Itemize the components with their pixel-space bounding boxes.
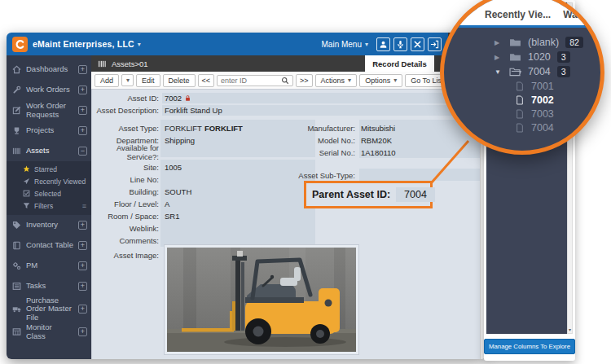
- file-icon: [516, 109, 524, 119]
- building-field[interactable]: SOUTH: [162, 186, 317, 197]
- expand-toggle[interactable]: +: [78, 86, 87, 94]
- tree-leaf-label: 7004: [531, 122, 554, 134]
- sidebar-item-tasks[interactable]: Tasks +: [7, 276, 91, 296]
- expand-toggle[interactable]: +: [78, 106, 87, 115]
- sidebar-item-projects[interactable]: Projects +: [7, 121, 91, 141]
- book-icon: [12, 241, 21, 250]
- sidebar-item-inventory[interactable]: Inventory +: [7, 215, 91, 235]
- user-icon: [379, 40, 388, 49]
- location-arrow-icon: [23, 178, 30, 185]
- collapse-toggle[interactable]: −: [78, 147, 87, 156]
- expand-toggle[interactable]: +: [78, 65, 87, 74]
- expand-toggle[interactable]: +: [78, 261, 87, 270]
- signout-icon: [430, 40, 439, 49]
- serial-no-field[interactable]: 1A180110: [358, 147, 479, 158]
- record-body: Asset ID:7002 Asset Description:Forklift…: [91, 90, 486, 359]
- room-space-field[interactable]: SR1: [162, 211, 317, 221]
- tab-explore[interactable]: Exp: [595, 9, 604, 20]
- model-no-field[interactable]: RBM20K: [358, 135, 479, 146]
- floor-level-field[interactable]: A: [162, 199, 317, 209]
- field-label: Asset Sub-Type:: [288, 171, 355, 180]
- field-label: Manufacturer:: [288, 124, 355, 133]
- tree-leaf-7004[interactable]: 7004: [444, 121, 600, 134]
- close-record-button[interactable]: [411, 37, 424, 51]
- delete-button[interactable]: Delete: [163, 74, 196, 87]
- tree-node-7004[interactable]: 7004 3: [444, 64, 600, 79]
- sidebar-item-contact-table[interactable]: Contact Table +: [7, 235, 91, 256]
- tree-node-blank[interactable]: (blank) 82: [444, 35, 600, 50]
- account-title[interactable]: eMaint Enterprises, LLC: [33, 39, 134, 49]
- expand-toggle[interactable]: +: [78, 241, 87, 250]
- expand-toggle[interactable]: +: [78, 282, 87, 291]
- search-icon[interactable]: [281, 77, 289, 85]
- expand-toggle[interactable]: +: [78, 126, 87, 135]
- sidebar-item-dashboards[interactable]: Dashboards +: [7, 59, 91, 80]
- add-button[interactable]: Add: [95, 74, 119, 87]
- field-label: Model No.:: [288, 136, 355, 145]
- lock-icon: [184, 94, 191, 102]
- caret-right-icon[interactable]: [495, 54, 503, 61]
- expand-toggle[interactable]: +: [78, 305, 87, 314]
- sidebar-item-label: Projects: [26, 126, 73, 134]
- asset-description-field[interactable]: Forklift Stand Up: [162, 105, 470, 116]
- search-input[interactable]: [221, 77, 279, 85]
- explore-tab-bar: Recently Vie... Wall Exp: [444, 0, 600, 25]
- sidebar-item-label: Dashboards: [26, 65, 73, 73]
- main-menu[interactable]: Main Menu: [322, 40, 368, 49]
- signout-button[interactable]: [428, 37, 442, 51]
- caret-down-icon[interactable]: [495, 68, 503, 76]
- asset-id-field[interactable]: 7002: [162, 93, 470, 103]
- next-record-button[interactable]: >>: [296, 74, 313, 87]
- explore-panel-footer: Manage Columns To Explore: [486, 334, 573, 358]
- asset-sub-type-field[interactable]: [358, 170, 479, 181]
- tab-record-details[interactable]: Record Details: [365, 55, 434, 72]
- file-icon: [516, 81, 524, 91]
- manage-columns-button[interactable]: Manage Columns To Explore: [484, 339, 575, 354]
- count-badge: 82: [565, 37, 583, 48]
- field-label: Building:: [92, 187, 159, 196]
- sidebar-subitem-filters[interactable]: Filters: [7, 200, 91, 212]
- add-dropdown-button[interactable]: [121, 74, 134, 86]
- sidebar-item-label: Contact Table: [26, 241, 73, 249]
- sidebar-item-work-order-requests[interactable]: Work Order Requests +: [7, 100, 91, 121]
- tab-wall[interactable]: Wall: [563, 9, 582, 20]
- sidebar-subitem-selected[interactable]: Selected: [7, 187, 91, 200]
- sidebar-item-label: Inventory: [26, 221, 73, 229]
- user-button[interactable]: [376, 37, 390, 51]
- sidebar-item-work-orders[interactable]: Work Orders +: [7, 80, 91, 100]
- options-button[interactable]: Options: [359, 74, 402, 87]
- parent-asset-id-field[interactable]: 7004: [396, 187, 435, 202]
- caret-right-icon[interactable]: [495, 39, 503, 46]
- app-window: eMaint Enterprises, LLC Main Menu Dashbo…: [7, 33, 486, 359]
- subitem-label: Recently Viewed: [34, 178, 86, 186]
- filter-options-icon[interactable]: [82, 202, 86, 210]
- expand-toggle[interactable]: +: [78, 327, 87, 336]
- sidebar-subitem-recently-viewed[interactable]: Recently Viewed: [7, 175, 91, 187]
- sidebar-subitem-starred[interactable]: Starred: [7, 163, 91, 175]
- voice-button[interactable]: [393, 37, 407, 51]
- magnifier-circle: Recently Vie... Wall Exp (blank) 82 1020…: [440, 0, 604, 155]
- tree-leaf-7003[interactable]: 7003: [444, 107, 600, 121]
- edit-button[interactable]: Edit: [136, 74, 160, 87]
- expand-toggle[interactable]: +: [78, 221, 87, 230]
- tree-node-label: 7004: [528, 66, 551, 77]
- app-body: Dashboards + Work Orders + Work Order Re…: [7, 55, 486, 359]
- prev-record-button[interactable]: <<: [198, 74, 215, 87]
- tab-recently-viewed[interactable]: Recently Vie...: [485, 9, 551, 20]
- tree-node-1020[interactable]: 1020 3: [444, 50, 600, 64]
- sidebar-item-pm[interactable]: PM +: [7, 256, 91, 276]
- tree-leaf-7002-selected[interactable]: 7002: [444, 93, 600, 107]
- weblink-field[interactable]: [162, 223, 317, 234]
- chevron-down-icon: [126, 77, 130, 84]
- actions-button[interactable]: Actions: [315, 74, 358, 87]
- sidebar-item-assets[interactable]: Assets −: [7, 141, 91, 161]
- scroll-down-arrow-icon[interactable]: ▾: [568, 327, 572, 333]
- tree-leaf-7001[interactable]: 7001: [444, 79, 600, 93]
- trophy-icon: [12, 126, 21, 135]
- count-badge: 3: [557, 51, 570, 63]
- field-label: Room / Space:: [92, 212, 159, 221]
- sidebar-item-monitor-class[interactable]: Monitor Class +: [7, 322, 91, 342]
- breadcrumb: Assets>01: [112, 59, 148, 68]
- sidebar-item-label: Purchase Order Master File: [26, 296, 73, 322]
- sidebar-item-purchase-order-master-file[interactable]: Purchase Order Master File +: [7, 296, 91, 322]
